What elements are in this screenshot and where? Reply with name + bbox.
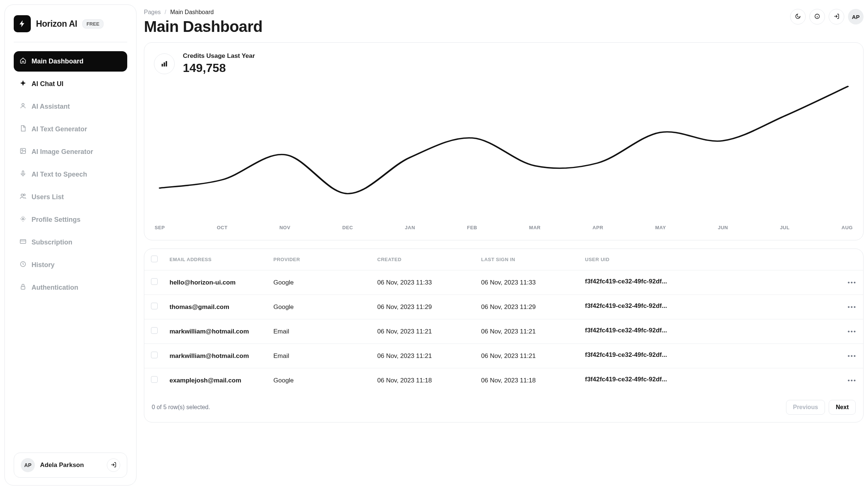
brand-row: Horizon AI FREE bbox=[14, 15, 127, 42]
row-checkbox[interactable] bbox=[151, 303, 158, 309]
sidebar-item-ai-assistant[interactable]: AI Assistant bbox=[14, 96, 127, 117]
sidebar-item-label: Authentication bbox=[32, 284, 78, 292]
info-button[interactable] bbox=[809, 9, 825, 24]
sidebar-item-label: Profile Settings bbox=[32, 216, 80, 224]
clock-icon bbox=[20, 261, 26, 269]
sidebar-item-main-dashboard[interactable]: Main Dashboard bbox=[14, 51, 127, 72]
cell-last-sign-in: 06 Nov, 2023 11:21 bbox=[474, 319, 578, 344]
row-menu-button[interactable]: ••• bbox=[841, 270, 863, 295]
cell-created: 06 Nov, 2023 11:21 bbox=[371, 319, 474, 344]
brand-name: Horizon AI bbox=[36, 19, 77, 29]
home-icon bbox=[20, 57, 26, 66]
row-checkbox[interactable] bbox=[151, 376, 158, 383]
row-menu-button[interactable]: ••• bbox=[841, 295, 863, 319]
cell-provider: Google bbox=[267, 270, 371, 295]
select-all-checkbox[interactable] bbox=[151, 256, 158, 262]
avatar: AP bbox=[21, 458, 35, 472]
cell-provider: Email bbox=[267, 319, 371, 344]
info-icon bbox=[814, 13, 820, 20]
row-menu-button[interactable]: ••• bbox=[841, 344, 863, 368]
chart-tick-label: NOV bbox=[279, 225, 290, 230]
svg-point-5 bbox=[24, 194, 26, 196]
user-card: AP Adela Parkson bbox=[14, 453, 127, 478]
svg-point-4 bbox=[21, 194, 23, 196]
logout-button[interactable] bbox=[107, 458, 120, 472]
row-checkbox[interactable] bbox=[151, 352, 158, 358]
chart-tick-label: MAR bbox=[529, 225, 540, 230]
row-menu-button[interactable]: ••• bbox=[841, 368, 863, 393]
col-last-sign-in[interactable]: LAST SIGN IN bbox=[474, 249, 578, 270]
card-icon bbox=[20, 238, 26, 247]
col-created[interactable]: CREATED bbox=[371, 249, 474, 270]
cell-provider: Email bbox=[267, 344, 371, 368]
sidebar-item-ai-text-to-speech[interactable]: AI Text to Speech bbox=[14, 164, 127, 185]
previous-button[interactable]: Previous bbox=[786, 400, 825, 415]
table-footer: 0 of 5 row(s) selected. Previous Next bbox=[144, 392, 863, 422]
cell-provider: Google bbox=[267, 368, 371, 393]
chart-tick-label: AUG bbox=[842, 225, 853, 230]
sidebar-item-label: AI Text to Speech bbox=[32, 171, 87, 178]
nav: Main Dashboard AI Chat UI AI Assistant A… bbox=[14, 51, 127, 298]
bar-chart-icon bbox=[154, 53, 175, 74]
row-checkbox[interactable] bbox=[151, 327, 158, 334]
chart-tick-label: FEB bbox=[467, 225, 477, 230]
breadcrumb: Pages / Main Dashboard bbox=[144, 9, 263, 16]
table-row: examplejosh@mail.comGoogle06 Nov, 2023 1… bbox=[144, 368, 863, 393]
sidebar-item-ai-image-generator[interactable]: AI Image Generator bbox=[14, 142, 127, 162]
chart-value: 149,758 bbox=[183, 61, 255, 75]
svg-point-2 bbox=[22, 149, 23, 151]
chart-tick-label: OCT bbox=[217, 225, 227, 230]
cell-email: thomas@gmail.com bbox=[163, 295, 267, 319]
chart-titles: Credits Usage Last Year 149,758 bbox=[183, 52, 255, 75]
row-menu-button[interactable]: ••• bbox=[841, 319, 863, 344]
gear-icon bbox=[20, 216, 26, 224]
col-user-uid[interactable]: USER UID bbox=[578, 249, 841, 270]
exit-button[interactable] bbox=[829, 9, 844, 24]
users-icon bbox=[20, 193, 26, 201]
sidebar: Horizon AI FREE Main Dashboard AI Chat U… bbox=[4, 4, 137, 486]
sidebar-item-profile-settings[interactable]: Profile Settings bbox=[14, 210, 127, 230]
cell-uid: f3f42fc419-ce32-49fc-92df... bbox=[578, 319, 841, 344]
row-checkbox[interactable] bbox=[151, 278, 158, 285]
user-name: Adela Parkson bbox=[40, 461, 102, 469]
user-icon bbox=[20, 102, 26, 111]
selection-text: 0 of 5 row(s) selected. bbox=[152, 404, 210, 411]
sidebar-item-history[interactable]: History bbox=[14, 255, 127, 275]
theme-toggle-button[interactable] bbox=[790, 9, 806, 24]
brand-badge: FREE bbox=[82, 19, 103, 29]
table-row: markwilliam@hotmail.comEmail06 Nov, 2023… bbox=[144, 344, 863, 368]
svg-rect-12 bbox=[164, 62, 165, 66]
cell-last-sign-in: 06 Nov, 2023 11:18 bbox=[474, 368, 578, 393]
col-email[interactable]: EMAIL ADDRESS bbox=[163, 249, 267, 270]
table-row: thomas@gmail.comGoogle06 Nov, 2023 11:29… bbox=[144, 295, 863, 319]
breadcrumb-current: Main Dashboard bbox=[170, 9, 214, 15]
sidebar-item-subscription[interactable]: Subscription bbox=[14, 232, 127, 253]
lock-icon bbox=[20, 283, 26, 292]
sidebar-item-ai-chat-ui[interactable]: AI Chat UI bbox=[14, 74, 127, 94]
sidebar-item-authentication[interactable]: Authentication bbox=[14, 277, 127, 298]
chart-canvas bbox=[154, 79, 854, 220]
bolt-icon bbox=[14, 15, 31, 32]
header-avatar[interactable]: AP bbox=[848, 9, 864, 24]
svg-rect-13 bbox=[166, 61, 167, 66]
sidebar-item-label: Subscription bbox=[32, 239, 72, 246]
cell-provider: Google bbox=[267, 295, 371, 319]
cell-uid: f3f42fc419-ce32-49fc-92df... bbox=[578, 295, 841, 319]
sidebar-item-label: AI Image Generator bbox=[32, 148, 93, 156]
logout-icon bbox=[111, 462, 116, 469]
svg-rect-11 bbox=[162, 64, 163, 66]
exit-icon bbox=[834, 13, 839, 20]
sparkle-icon bbox=[20, 80, 26, 88]
next-button[interactable]: Next bbox=[829, 400, 856, 415]
top-actions: AP bbox=[790, 9, 864, 24]
cell-email: markwilliam@hotmail.com bbox=[163, 344, 267, 368]
svg-point-6 bbox=[22, 218, 24, 220]
page-header: Pages / Main Dashboard Main Dashboard bbox=[144, 9, 263, 36]
breadcrumb-sep: / bbox=[165, 9, 166, 15]
breadcrumb-root[interactable]: Pages bbox=[144, 9, 161, 15]
col-provider[interactable]: PROVIDER bbox=[267, 249, 371, 270]
sidebar-item-users-list[interactable]: Users List bbox=[14, 187, 127, 207]
sidebar-item-ai-text-generator[interactable]: AI Text Generator bbox=[14, 119, 127, 139]
cell-email: examplejosh@mail.com bbox=[163, 368, 267, 393]
document-icon bbox=[20, 125, 26, 134]
